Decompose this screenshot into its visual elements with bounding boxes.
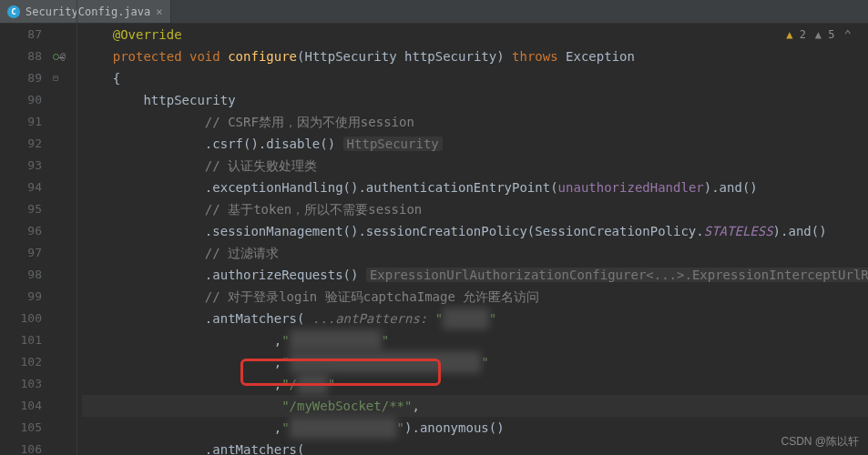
line-number: 93 [0, 155, 53, 177]
override-gutter-icon[interactable]: @ [53, 46, 82, 67]
close-icon[interactable]: × [156, 5, 162, 18]
line-number: 88 [0, 46, 53, 67]
line-number: 90 [0, 89, 53, 111]
tab-filename: SecurityConfig.java [26, 5, 150, 18]
file-tab[interactable]: C SecurityConfig.java × [0, 0, 171, 23]
line-number: 106 [0, 439, 53, 455]
line-number: 89 [0, 67, 53, 89]
line-number: 101 [0, 329, 53, 351]
line-number: 98 [0, 264, 53, 286]
java-class-icon: C [7, 5, 20, 18]
highlighted-string: "/myWebSocket/**" [281, 399, 412, 413]
annotation: @Override [113, 27, 182, 42]
inlay-hint: HttpSecurity [343, 136, 443, 151]
line-number: 100 [0, 308, 53, 329]
inlay-hint: ExpressionUrlAuthorizationConfigurer<...… [366, 268, 868, 282]
line-number: 103 [0, 373, 53, 395]
fold-icon[interactable]: ⊟ [53, 67, 58, 89]
line-number: 95 [0, 198, 53, 220]
line-number: 91 [0, 111, 53, 133]
line-number: 96 [0, 220, 53, 242]
line-number: 104 [0, 395, 53, 417]
code-editor[interactable]: 87 @Override 88 @ protected void configu… [0, 24, 868, 455]
line-number: 105 [0, 417, 53, 439]
watermark: CSDN @陈以轩 [781, 434, 859, 450]
tab-bar: C SecurityConfig.java × [0, 0, 868, 24]
line-number: 97 [0, 242, 53, 264]
line-number: 94 [0, 177, 53, 198]
line-number: 99 [0, 286, 53, 308]
line-number: 92 [0, 133, 53, 155]
line-number: 87 [0, 24, 53, 46]
line-number: 102 [0, 351, 53, 373]
